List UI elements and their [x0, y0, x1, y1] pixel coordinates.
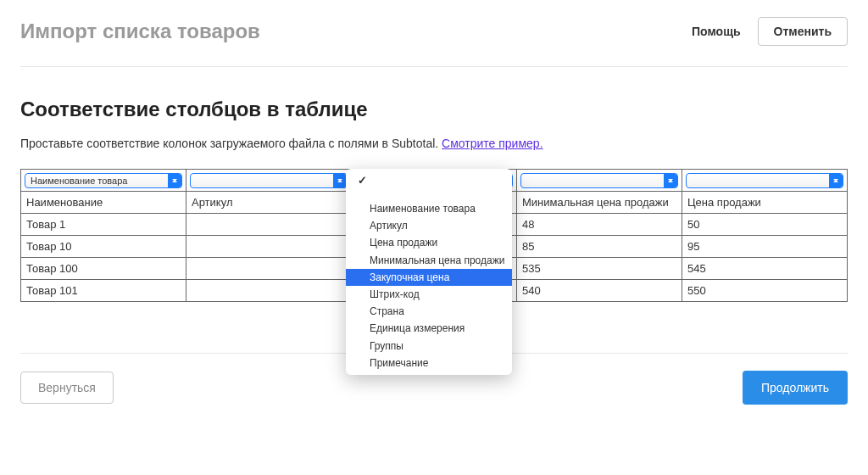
- column-select-value: Наименование товара: [31, 176, 127, 186]
- back-button[interactable]: Вернуться: [20, 372, 114, 404]
- cell: 535: [517, 258, 682, 280]
- chevron-updown-icon: [168, 174, 181, 187]
- dropdown-option[interactable]: Страна: [346, 303, 512, 320]
- dropdown-option[interactable]: Единица измерения: [346, 320, 512, 337]
- cell: 95: [682, 236, 848, 258]
- dropdown-option[interactable]: Минимальная цена продажи: [346, 252, 512, 269]
- cell: 545: [682, 258, 848, 280]
- col-header: Артикул: [186, 192, 352, 214]
- cell: [186, 258, 352, 280]
- continue-button[interactable]: Продолжить: [743, 371, 848, 405]
- chevron-updown-icon: [829, 174, 843, 187]
- col-header: Цена продажи: [682, 192, 848, 214]
- col-header: Наименование: [21, 192, 186, 214]
- dropdown-option[interactable]: Примечание: [346, 355, 512, 372]
- help-link[interactable]: Помощь: [692, 25, 741, 38]
- column-select-3[interactable]: [520, 173, 678, 188]
- header-bar: Импорт списка товаров Помощь Отменить: [20, 17, 848, 67]
- cell: 540: [517, 280, 682, 302]
- column-select-0[interactable]: Наименование товара: [25, 173, 182, 188]
- cell: Товар 100: [21, 258, 186, 280]
- dropdown-option[interactable]: Цена продажи: [346, 234, 512, 251]
- dropdown-option[interactable]: Артикул: [346, 217, 512, 234]
- page-title: Импорт списка товаров: [20, 20, 260, 43]
- chevron-updown-icon: [333, 174, 347, 187]
- hint-example-link[interactable]: Смотрите пример.: [442, 137, 542, 150]
- dropdown-option-selected[interactable]: Закупочная цена: [346, 269, 512, 286]
- column-select-dropdown: ✓ Наименование товара Артикул Цена прода…: [346, 169, 512, 375]
- col-header: Минимальная цена продажи: [517, 192, 682, 214]
- cell: Товар 10: [21, 236, 186, 258]
- cell: Товар 101: [21, 280, 186, 302]
- column-select-1[interactable]: [190, 173, 348, 188]
- dropdown-spacer: [346, 188, 512, 200]
- cell: 550: [682, 280, 848, 302]
- dropdown-option[interactable]: Наименование товара: [346, 200, 512, 217]
- cell: Товар 1: [21, 214, 186, 236]
- chevron-updown-icon: [664, 174, 677, 187]
- cell: 50: [682, 214, 848, 236]
- check-icon: ✓: [346, 172, 512, 188]
- hint-text: Проставьте соответствие колонок загружае…: [20, 137, 442, 150]
- cell: [186, 236, 352, 258]
- section-hint: Проставьте соответствие колонок загружае…: [20, 137, 848, 150]
- cell: [186, 214, 352, 236]
- cell: [186, 280, 352, 302]
- cell: 48: [517, 214, 682, 236]
- section-heading: Соответствие столбцов в таблице: [20, 98, 848, 121]
- column-select-4[interactable]: [686, 173, 843, 188]
- dropdown-option[interactable]: Штрих-код: [346, 286, 512, 303]
- cell: 85: [517, 236, 682, 258]
- cancel-button[interactable]: Отменить: [758, 17, 848, 46]
- dropdown-option[interactable]: Группы: [346, 338, 512, 355]
